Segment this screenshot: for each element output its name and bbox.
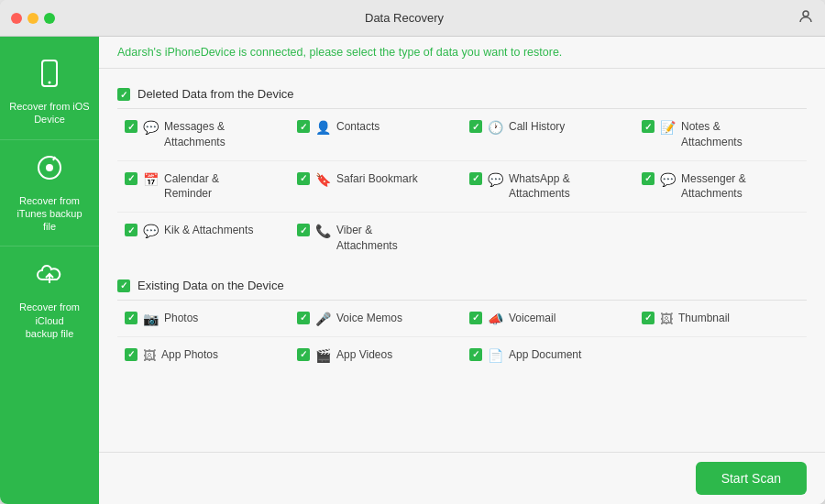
sidebar-ios-label: Recover from iOSDevice — [9, 100, 89, 126]
existing-section-checkbox[interactable] — [117, 279, 130, 292]
deleted-section-header: Deleted Data from the Device — [117, 78, 807, 109]
contacts-label: Contacts — [336, 119, 380, 135]
empty-3 — [634, 337, 807, 373]
app-videos-checkbox[interactable] — [297, 348, 310, 361]
messages-label: Messages &Attachments — [164, 119, 226, 150]
calendar-item[interactable]: 📅 Calendar &Reminder — [117, 161, 290, 213]
svg-point-4 — [46, 164, 53, 171]
calendar-label: Calendar &Reminder — [164, 171, 219, 203]
messenger-item[interactable]: 💬 Messenger &Attachments — [634, 161, 807, 213]
existing-section-label: Existing Data on the Device — [138, 279, 284, 292]
status-text: Adarsh's iPhoneDevice is connected, plea… — [117, 46, 807, 59]
app-document-checkbox[interactable] — [469, 348, 482, 361]
viber-label: Viber &Attachments — [336, 223, 398, 254]
deleted-section-label: Deleted Data from the Device — [138, 87, 294, 101]
app-photos-checkbox[interactable] — [125, 348, 138, 361]
app-document-item[interactable]: 📄 App Document — [462, 337, 634, 373]
app-videos-item[interactable]: 🎬 App Videos — [290, 337, 462, 373]
sidebar-item-icloud[interactable]: Recover fromiCloudbackup file — [0, 247, 99, 353]
contacts-icon: 👤 — [315, 120, 331, 135]
viber-icon: 📞 — [315, 224, 331, 238]
thumbnail-item[interactable]: 🖼 Thumbnail — [634, 301, 807, 336]
photos-label: Photos — [164, 311, 198, 326]
messages-item[interactable]: 💬 Messages &Attachments — [117, 109, 290, 160]
voicemail-checkbox[interactable] — [469, 312, 482, 324]
voicemail-icon: 📣 — [488, 312, 503, 326]
app-photos-item[interactable]: 🖼 App Photos — [117, 337, 290, 373]
thumbnail-label: Thumbnail — [678, 311, 730, 326]
ios-icon — [35, 59, 64, 94]
viber-checkbox[interactable] — [297, 224, 310, 236]
app-photos-label: App Photos — [161, 347, 218, 363]
safari-icon: 🔖 — [315, 172, 331, 187]
deleted-row-1: 💬 Messages &Attachments 👤 Contacts 🕐 Cal… — [117, 109, 807, 161]
existing-row-2: 🖼 App Photos 🎬 App Videos 📄 App Document — [117, 337, 807, 373]
voice-memos-item[interactable]: 🎤 Voice Memos — [290, 301, 462, 336]
voice-memos-label: Voice Memos — [336, 311, 402, 326]
traffic-lights — [11, 13, 55, 24]
icloud-icon — [35, 259, 64, 295]
content-area: Adarsh's iPhoneDevice is connected, plea… — [99, 37, 825, 504]
minimize-button[interactable] — [28, 13, 38, 24]
status-bar: Adarsh's iPhoneDevice is connected, plea… — [99, 37, 825, 69]
notes-checkbox[interactable] — [642, 120, 654, 133]
voicemail-item[interactable]: 📣 Voicemail — [462, 301, 634, 336]
scroll-content: Deleted Data from the Device 💬 Messages … — [99, 69, 825, 452]
sidebar-itunes-label: Recover fromiTunes backupfile — [16, 194, 82, 234]
call-history-label: Call History — [509, 119, 565, 135]
safari-item[interactable]: 🔖 Safari Bookmark — [290, 161, 462, 213]
safari-label: Safari Bookmark — [336, 171, 418, 187]
existing-row-1: 📷 Photos 🎤 Voice Memos 📣 Voicemail — [117, 301, 807, 337]
call-history-item[interactable]: 🕐 Call History — [462, 109, 634, 160]
app-videos-icon: 🎬 — [315, 348, 331, 363]
sidebar-item-ios[interactable]: Recover from iOSDevice — [0, 46, 99, 140]
messenger-checkbox[interactable] — [642, 172, 654, 185]
deleted-section-checkbox[interactable] — [117, 88, 130, 101]
call-history-checkbox[interactable] — [469, 120, 482, 133]
viber-item[interactable]: 📞 Viber &Attachments — [290, 213, 462, 264]
notes-icon: 📝 — [660, 120, 676, 135]
sidebar-icloud-label: Recover fromiCloudbackup file — [19, 301, 80, 340]
messages-checkbox[interactable] — [125, 120, 138, 133]
calendar-checkbox[interactable] — [125, 172, 138, 185]
contacts-item[interactable]: 👤 Contacts — [290, 109, 462, 160]
bottom-bar: Start Scan — [99, 452, 825, 504]
contacts-checkbox[interactable] — [297, 120, 310, 133]
voice-memos-checkbox[interactable] — [297, 312, 310, 324]
whatsapp-checkbox[interactable] — [469, 172, 482, 185]
kik-checkbox[interactable] — [125, 224, 138, 236]
photos-item[interactable]: 📷 Photos — [117, 301, 290, 336]
messenger-icon: 💬 — [660, 172, 676, 187]
whatsapp-label: WhatsApp &Attachments — [509, 171, 570, 203]
svg-point-0 — [803, 11, 808, 16]
messenger-label: Messenger &Attachments — [681, 171, 746, 203]
whatsapp-icon: 💬 — [488, 172, 503, 187]
thumbnail-checkbox[interactable] — [642, 312, 654, 324]
close-button[interactable] — [11, 13, 22, 24]
whatsapp-item[interactable]: 💬 WhatsApp &Attachments — [462, 161, 634, 213]
calendar-icon: 📅 — [143, 172, 159, 187]
sidebar-item-itunes[interactable]: Recover fromiTunes backupfile — [0, 140, 99, 247]
voicemail-label: Voicemail — [509, 311, 556, 326]
deleted-row-3: 💬 Kik & Attachments 📞 Viber &Attachments — [117, 213, 807, 264]
start-scan-button[interactable]: Start Scan — [696, 462, 807, 495]
kik-icon: 💬 — [143, 224, 159, 238]
photos-checkbox[interactable] — [125, 312, 138, 324]
existing-section-header: Existing Data on the Device — [117, 269, 807, 301]
main-area: Recover from iOSDevice Recover fromiTune… — [0, 37, 825, 504]
maximize-button[interactable] — [44, 13, 55, 24]
titlebar: Data Recovery — [0, 0, 825, 37]
safari-checkbox[interactable] — [297, 172, 310, 185]
app-document-label: App Document — [509, 347, 581, 363]
kik-item[interactable]: 💬 Kik & Attachments — [117, 213, 290, 264]
user-icon — [798, 8, 814, 28]
call-history-icon: 🕐 — [488, 120, 503, 135]
notes-item[interactable]: 📝 Notes &Attachments — [634, 109, 807, 160]
notes-label: Notes &Attachments — [681, 119, 742, 150]
app-photos-icon: 🖼 — [143, 348, 156, 363]
svg-point-2 — [49, 82, 51, 84]
app-document-icon: 📄 — [488, 348, 503, 363]
thumbnail-icon: 🖼 — [660, 312, 673, 326]
messages-icon: 💬 — [143, 120, 159, 135]
empty-2 — [634, 213, 807, 264]
